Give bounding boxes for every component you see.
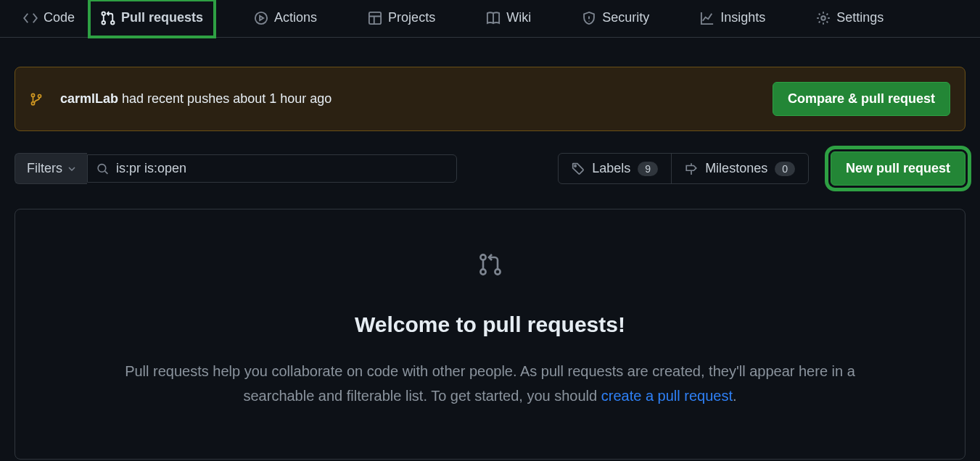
milestones-button[interactable]: Milestones 0	[671, 154, 808, 183]
play-icon	[254, 11, 268, 25]
milestones-count: 0	[775, 162, 795, 176]
svg-point-8	[38, 94, 41, 97]
svg-point-2	[111, 21, 115, 25]
shield-icon	[582, 11, 596, 25]
filters-button[interactable]: Filters	[15, 153, 87, 184]
labels-label: Labels	[592, 161, 630, 176]
git-branch-icon	[30, 93, 43, 106]
new-pull-request-button[interactable]: New pull request	[831, 151, 965, 186]
svg-point-3	[255, 12, 267, 23]
pr-toolbar: Filters Labels 9 Milestones 0 New pull r…	[15, 151, 965, 186]
pull-request-icon	[101, 11, 115, 25]
caret-down-icon	[68, 167, 75, 171]
svg-point-6	[31, 94, 34, 96]
milestone-icon	[685, 162, 698, 175]
search-icon	[96, 162, 109, 175]
milestones-label: Milestones	[705, 161, 767, 176]
empty-title: Welcome to pull requests!	[44, 312, 936, 337]
compare-pull-request-button[interactable]: Compare & pull request	[773, 82, 950, 116]
tab-code[interactable]: Code	[12, 0, 86, 37]
empty-state: Welcome to pull requests! Pull requests …	[15, 209, 965, 460]
tab-actions[interactable]: Actions	[242, 0, 329, 37]
labels-count: 9	[638, 162, 658, 176]
search-input[interactable]	[116, 161, 448, 176]
alert-text: carmlLab had recent pushes about 1 hour …	[60, 91, 332, 107]
tab-label: Actions	[274, 10, 317, 25]
tab-security[interactable]: Security	[570, 0, 661, 37]
svg-point-10	[575, 165, 576, 166]
tab-wiki[interactable]: Wiki	[474, 0, 543, 37]
tab-label: Wiki	[506, 10, 531, 25]
table-icon	[368, 11, 382, 25]
svg-point-11	[480, 254, 485, 259]
tab-label: Pull requests	[121, 10, 203, 25]
svg-point-1	[102, 21, 106, 25]
labels-button[interactable]: Labels 9	[559, 154, 671, 183]
tab-projects[interactable]: Projects	[356, 0, 447, 37]
tab-pull-requests[interactable]: Pull requests	[89, 0, 215, 37]
tab-settings[interactable]: Settings	[804, 0, 895, 37]
tag-icon	[572, 162, 585, 175]
tab-label: Security	[602, 10, 649, 25]
svg-point-0	[102, 12, 106, 15]
tab-label: Settings	[836, 10, 884, 25]
pull-request-icon	[479, 253, 502, 276]
svg-point-5	[821, 16, 825, 20]
tab-label: Insights	[720, 10, 765, 25]
graph-icon	[700, 11, 715, 25]
recent-push-alert: carmlLab had recent pushes about 1 hour …	[15, 67, 965, 131]
book-icon	[486, 11, 501, 25]
branch-name: carmlLab	[60, 91, 118, 106]
svg-rect-4	[369, 12, 381, 23]
filters-label: Filters	[27, 161, 62, 176]
create-pull-request-link[interactable]: create a pull request	[601, 388, 733, 404]
tab-label: Code	[44, 10, 75, 25]
svg-point-12	[480, 269, 485, 274]
tab-label: Projects	[388, 10, 435, 25]
tab-insights[interactable]: Insights	[688, 0, 777, 37]
labels-milestones-group: Labels 9 Milestones 0	[558, 153, 809, 184]
search-box[interactable]	[87, 154, 457, 183]
code-icon	[23, 11, 38, 25]
empty-description: Pull requests help you collaborate on co…	[120, 359, 860, 408]
repo-nav: Code Pull requests Actions Projects Wiki…	[0, 0, 980, 38]
gear-icon	[816, 11, 831, 25]
svg-point-13	[495, 269, 500, 274]
svg-point-9	[98, 164, 106, 172]
